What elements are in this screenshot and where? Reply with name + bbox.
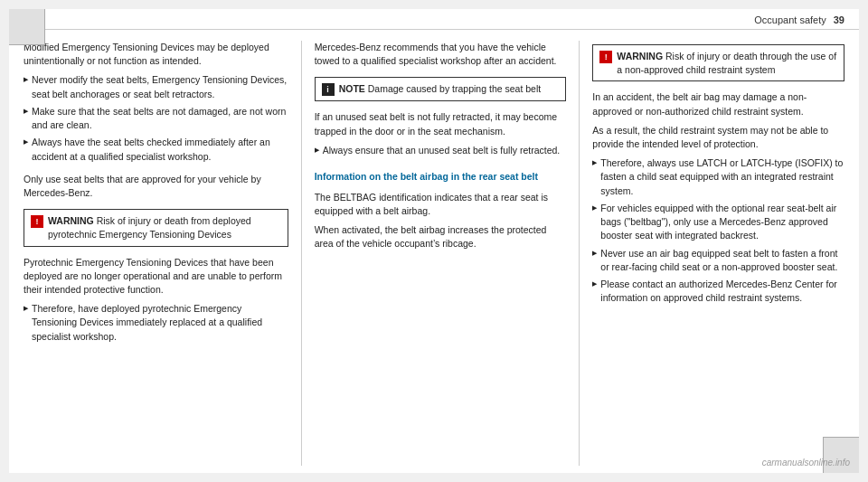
note-icon: i bbox=[322, 83, 335, 96]
warning-icon: ! bbox=[599, 51, 612, 63]
mid-para3: The BELTBAG identification indicates tha… bbox=[315, 191, 567, 218]
list-item: Make sure that the seat belts are not da… bbox=[24, 105, 288, 132]
list-item: Therefore, always use LATCH or LATCH-typ… bbox=[592, 156, 844, 198]
list-item: Therefore, have deployed pyrotechnic Eme… bbox=[24, 302, 288, 344]
section-title: Occupant safety bbox=[754, 14, 826, 25]
left-para2: Only use seat belts that are approved fo… bbox=[24, 173, 288, 200]
left-bullets2: Therefore, have deployed pyrotechnic Eme… bbox=[24, 302, 288, 347]
right-para1: In an accident, the belt air bag may dam… bbox=[592, 90, 844, 118]
page-number: 39 bbox=[834, 14, 844, 25]
list-item: Always have the seat belts checked immed… bbox=[24, 136, 288, 163]
mid-column: Mercedes-Benz recommends that you have t… bbox=[315, 41, 567, 466]
right-para2: As a result, the child restraint system … bbox=[592, 124, 844, 151]
left-column: Modified Emergency Tensioning Devices ma… bbox=[24, 41, 288, 466]
divider-left-mid bbox=[301, 41, 302, 466]
warning-text: WARNING Risk of injury or death from dep… bbox=[48, 214, 281, 241]
warning-icon: ! bbox=[31, 215, 43, 228]
left-bullets1: Never modify the seat belts, Emergency T… bbox=[24, 73, 288, 166]
mid-bullets1: Always ensure that an unused seat belt i… bbox=[315, 144, 567, 161]
note-text: NOTE Damage caused by trapping the seat … bbox=[339, 82, 542, 96]
right-column: ! WARNING Risk of injury or death throug… bbox=[592, 41, 844, 466]
corner-top-left bbox=[9, 9, 45, 45]
list-item: Never use an air bag equipped seat belt … bbox=[592, 247, 844, 274]
mid-para4: When activated, the belt airbag increase… bbox=[315, 223, 567, 250]
corner-bottom-right bbox=[823, 437, 859, 473]
left-para1: Modified Emergency Tensioning Devices ma… bbox=[24, 41, 288, 68]
page-header: Occupant safety 39 bbox=[9, 9, 859, 30]
mid-para1: Mercedes-Benz recommends that you have t… bbox=[315, 41, 567, 68]
watermark: carmanualsonline.info bbox=[762, 458, 850, 468]
page: Occupant safety 39 Modified Emergency Te… bbox=[9, 9, 859, 473]
mid-para2: If an unused seat belt is not fully retr… bbox=[315, 110, 567, 137]
warning-text: WARNING Risk of injury or death through … bbox=[617, 50, 837, 76]
left-warning1: ! WARNING Risk of injury or death from d… bbox=[24, 209, 288, 246]
divider-mid-right bbox=[579, 41, 580, 466]
mid-section-heading: Information on the belt airbag in the re… bbox=[315, 170, 567, 184]
list-item: Please contact an authorized Mercedes-Be… bbox=[592, 278, 844, 305]
left-para3: Pyrotechnic Emergency Tensioning Devices… bbox=[24, 256, 288, 298]
mid-note1: i NOTE Damage caused by trapping the sea… bbox=[315, 77, 567, 101]
right-warning1: ! WARNING Risk of injury or death throug… bbox=[592, 44, 844, 81]
list-item: Never modify the seat belts, Emergency T… bbox=[24, 73, 288, 100]
list-item: Always ensure that an unused seat belt i… bbox=[315, 144, 567, 157]
right-bullets1: Therefore, always use LATCH or LATCH-typ… bbox=[592, 156, 844, 308]
main-content: Modified Emergency Tensioning Devices ma… bbox=[9, 30, 859, 473]
list-item: For vehicles equipped with the optional … bbox=[592, 202, 844, 243]
